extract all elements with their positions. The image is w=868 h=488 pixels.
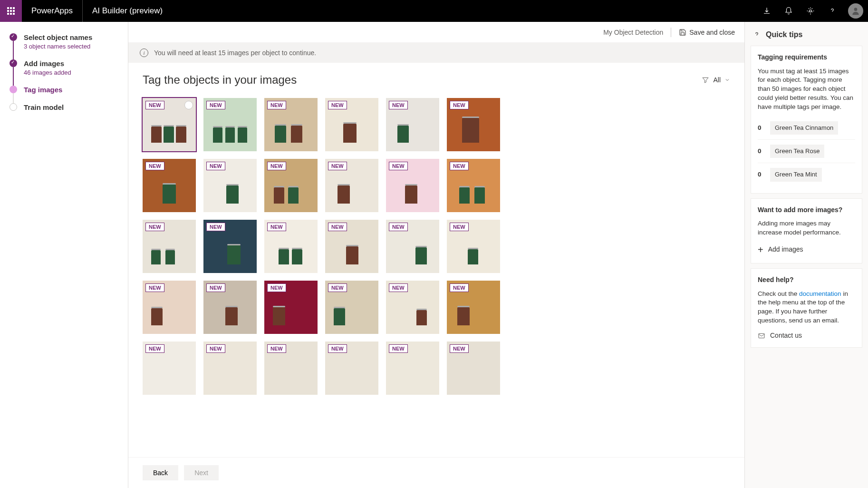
app-name[interactable]: PowerApps: [22, 0, 83, 22]
filter-icon: [702, 76, 709, 84]
image-thumbnail[interactable]: NEW: [264, 342, 318, 395]
step-subtitle: 3 object names selected: [24, 43, 92, 50]
tag-count: 0: [758, 124, 763, 133]
new-badge: NEW: [206, 223, 225, 231]
app-header: PowerApps AI Builder (preview): [0, 0, 868, 22]
image-thumbnail[interactable]: NEW: [264, 220, 318, 273]
new-badge: NEW: [389, 283, 408, 292]
wizard-step[interactable]: Add images46 images added: [10, 59, 118, 86]
wizard-step[interactable]: Select object names3 object names select…: [10, 33, 118, 59]
image-thumbnail[interactable]: NEW: [203, 342, 257, 395]
new-badge: NEW: [267, 344, 286, 353]
step-title: Tag images: [24, 86, 62, 94]
content-title: Tag the objects in your images: [143, 73, 297, 87]
image-thumbnail[interactable]: NEW: [447, 342, 500, 395]
image-thumbnail[interactable]: NEW: [143, 342, 196, 395]
new-badge: NEW: [450, 223, 469, 231]
svg-rect-2: [759, 333, 764, 338]
bell-icon[interactable]: [778, 0, 800, 22]
step-title: Select object names: [24, 33, 92, 41]
new-badge: NEW: [328, 162, 347, 170]
step-indicator-icon: [10, 59, 17, 67]
image-thumbnail[interactable]: NEW: [203, 98, 257, 151]
new-badge: NEW: [389, 101, 408, 109]
info-icon: i: [140, 49, 148, 57]
plus-icon: +: [758, 243, 763, 256]
new-badge: NEW: [145, 223, 164, 231]
image-thumbnail[interactable]: NEW: [143, 98, 196, 151]
image-thumbnail[interactable]: NEW: [386, 98, 439, 151]
quick-tips-header: Quick tips: [751, 28, 862, 46]
tagging-requirements-card: Tagging requirements You must tag at lea…: [751, 46, 862, 194]
image-thumbnail[interactable]: NEW: [325, 98, 378, 151]
gear-icon[interactable]: [800, 0, 821, 22]
save-close-button[interactable]: Save and close: [679, 29, 735, 36]
image-thumbnail[interactable]: NEW: [386, 159, 439, 212]
new-badge: NEW: [389, 344, 408, 353]
image-thumbnail[interactable]: NEW: [203, 281, 257, 334]
tag-count: 0: [758, 170, 763, 179]
tag-count: 0: [758, 147, 763, 156]
next-button: Next: [184, 465, 219, 480]
image-thumbnail[interactable]: NEW: [386, 342, 439, 395]
image-thumbnail[interactable]: NEW: [386, 220, 439, 273]
image-thumbnail[interactable]: NEW: [325, 220, 378, 273]
image-thumbnail[interactable]: NEW: [447, 220, 500, 273]
back-button[interactable]: Back: [143, 465, 178, 480]
new-badge: NEW: [389, 162, 408, 170]
step-indicator-icon: [10, 33, 17, 41]
model-name: My Object Detection: [603, 29, 663, 36]
wizard-footer: Back Next: [128, 457, 744, 488]
contact-us-link[interactable]: Contact us: [758, 331, 855, 341]
image-thumbnail[interactable]: NEW: [325, 281, 378, 334]
download-icon[interactable]: [756, 0, 778, 22]
new-badge: NEW: [267, 162, 286, 170]
banner-text: You will need at least 15 images per obj…: [154, 49, 316, 57]
new-badge: NEW: [450, 101, 469, 109]
image-thumbnail[interactable]: NEW: [447, 98, 500, 151]
main-content: My Object Detection Save and close i You…: [128, 22, 744, 488]
image-thumbnail[interactable]: NEW: [143, 159, 196, 212]
help-icon[interactable]: [821, 0, 843, 22]
new-badge: NEW: [206, 101, 225, 109]
chevron-down-icon: [724, 77, 730, 83]
tag-label: Green Tea Cinnamon: [770, 121, 838, 135]
image-thumbnail[interactable]: NEW: [264, 159, 318, 212]
image-thumbnail[interactable]: NEW: [203, 220, 257, 273]
new-badge: NEW: [328, 283, 347, 292]
image-thumbnail[interactable]: NEW: [447, 159, 500, 212]
waffle-menu[interactable]: [0, 0, 22, 22]
step-indicator-icon: [10, 86, 17, 93]
wizard-step[interactable]: Tag images: [10, 86, 118, 103]
info-banner: i You will need at least 15 images per o…: [128, 43, 744, 63]
tag-progress-row: 0Green Tea Cinnamon: [758, 117, 855, 140]
new-badge: NEW: [450, 283, 469, 292]
new-badge: NEW: [389, 223, 408, 231]
content-scroll[interactable]: Tag the objects in your images All NEWNE…: [128, 63, 744, 457]
add-more-images-card: Want to add more images? Adding more ima…: [751, 198, 862, 264]
page-title: AI Builder (preview): [83, 6, 172, 16]
wizard-steps: Select object names3 object names select…: [0, 22, 128, 488]
image-thumbnail[interactable]: NEW: [203, 159, 257, 212]
need-help-card: Need help? Check out the documentation i…: [751, 268, 862, 348]
image-thumbnail[interactable]: NEW: [264, 98, 318, 151]
add-images-link[interactable]: + Add images: [758, 243, 855, 256]
filter-dropdown[interactable]: All: [702, 76, 730, 84]
new-badge: NEW: [450, 344, 469, 353]
content-topbar: My Object Detection Save and close: [128, 22, 744, 43]
image-thumbnail[interactable]: NEW: [447, 281, 500, 334]
image-thumbnail[interactable]: NEW: [143, 281, 196, 334]
image-thumbnail[interactable]: NEW: [264, 281, 318, 334]
user-avatar[interactable]: [848, 3, 863, 19]
step-subtitle: 46 images added: [24, 69, 71, 76]
selection-checkmark-icon: [184, 101, 193, 109]
new-badge: NEW: [206, 283, 225, 292]
documentation-link[interactable]: documentation: [799, 290, 841, 297]
image-thumbnail[interactable]: NEW: [325, 342, 378, 395]
image-thumbnail[interactable]: NEW: [386, 281, 439, 334]
image-thumbnail[interactable]: NEW: [143, 220, 196, 273]
step-indicator-icon: [10, 103, 17, 111]
wizard-step: Train model: [10, 103, 118, 121]
image-thumbnail[interactable]: NEW: [325, 159, 378, 212]
new-badge: NEW: [267, 101, 286, 109]
